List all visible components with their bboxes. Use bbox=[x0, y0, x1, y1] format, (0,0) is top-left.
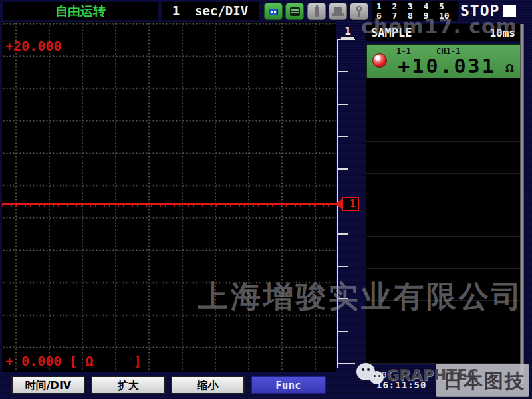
usb-pin bbox=[271, 11, 273, 13]
empty-channel-row bbox=[366, 237, 523, 269]
scale-top-bracket bbox=[337, 39, 355, 40]
trace-position-marker: 1 bbox=[342, 197, 359, 211]
wechat-bubble-large bbox=[356, 363, 375, 380]
channel-row-top: 1 2 3 4 5 bbox=[376, 1, 444, 11]
key-bow-glyph bbox=[356, 6, 362, 11]
pc-icon[interactable] bbox=[329, 3, 347, 20]
waveform-grid: +20.000 + 0.000 [ Ω ] bbox=[2, 22, 336, 372]
trace-position-arrow bbox=[334, 200, 342, 209]
usb-pin bbox=[274, 11, 276, 13]
wechat-eye bbox=[362, 368, 364, 371]
sample-label: SAMPLE bbox=[371, 26, 412, 39]
pc-base-glyph bbox=[332, 13, 344, 16]
empty-channel-row bbox=[366, 332, 523, 364]
usb-icon[interactable] bbox=[264, 3, 283, 20]
memory-line bbox=[291, 9, 299, 11]
memory-icon[interactable] bbox=[285, 3, 304, 20]
empty-channel-row bbox=[366, 174, 523, 205]
watermark-brand-cn: 日本图技 bbox=[443, 368, 525, 395]
memory-line bbox=[291, 12, 299, 13]
run-status-label: STOP bbox=[460, 2, 499, 19]
date-text: 20 bbox=[376, 370, 387, 380]
empty-channel-row bbox=[366, 269, 523, 301]
time-div-button[interactable]: 时间/DIV bbox=[11, 376, 85, 394]
time-text: 16:11:50 bbox=[376, 380, 426, 390]
func-button[interactable]: Func bbox=[251, 376, 326, 394]
logger-screen: 自由运转 1 sec/DIV 1 2 3 4 5 6 7 8 9 10 STOP… bbox=[0, 0, 532, 399]
battery-icon-glyph bbox=[315, 7, 319, 17]
panel-scrollbar[interactable] bbox=[520, 24, 524, 384]
timebase-display: 1 sec/DIV bbox=[162, 2, 259, 20]
channel-unit: Ω bbox=[505, 63, 514, 74]
key-stem-glyph bbox=[358, 11, 360, 17]
battery-nub bbox=[316, 5, 318, 7]
sample-rate-bar: SAMPLE 10ms bbox=[366, 24, 523, 41]
empty-channel-row bbox=[366, 142, 523, 174]
lower-span-label: + 0.000 [ Ω ] bbox=[5, 353, 142, 369]
upper-span-label: +20.000 bbox=[5, 38, 61, 54]
empty-channel-row bbox=[366, 205, 523, 237]
scale-group-number: 1 bbox=[341, 25, 354, 39]
channel-value: +10.031 bbox=[390, 55, 504, 78]
ch1-trace-fringe bbox=[2, 205, 336, 207]
sample-interval-value: 10ms bbox=[489, 27, 515, 39]
empty-channel-row bbox=[366, 301, 523, 332]
watermark-brand-box bbox=[436, 364, 529, 397]
expand-button[interactable]: 扩大 bbox=[91, 376, 166, 394]
key-icon[interactable] bbox=[350, 3, 368, 20]
shrink-button[interactable]: 缩小 bbox=[171, 376, 245, 394]
scale-bottom-bracket bbox=[337, 363, 355, 364]
channel-row-bottom: 6 7 8 9 10 bbox=[376, 11, 450, 21]
pc-screen-glyph bbox=[334, 7, 342, 13]
empty-channel-list bbox=[366, 78, 523, 364]
mode-status-box: 自由运转 bbox=[3, 2, 158, 20]
wechat-eye bbox=[374, 375, 376, 377]
record-led-icon bbox=[372, 53, 387, 68]
wechat-eye bbox=[367, 368, 370, 371]
empty-channel-row bbox=[366, 110, 523, 142]
empty-channel-row bbox=[366, 78, 523, 110]
battery-icon[interactable] bbox=[307, 3, 326, 20]
channel-number-grid: 1 2 3 4 5 6 7 8 9 10 bbox=[372, 1, 458, 21]
stop-square-icon bbox=[503, 5, 516, 17]
channel-1-display[interactable]: 1-1 CH1-1 +10.031 Ω bbox=[366, 44, 523, 78]
